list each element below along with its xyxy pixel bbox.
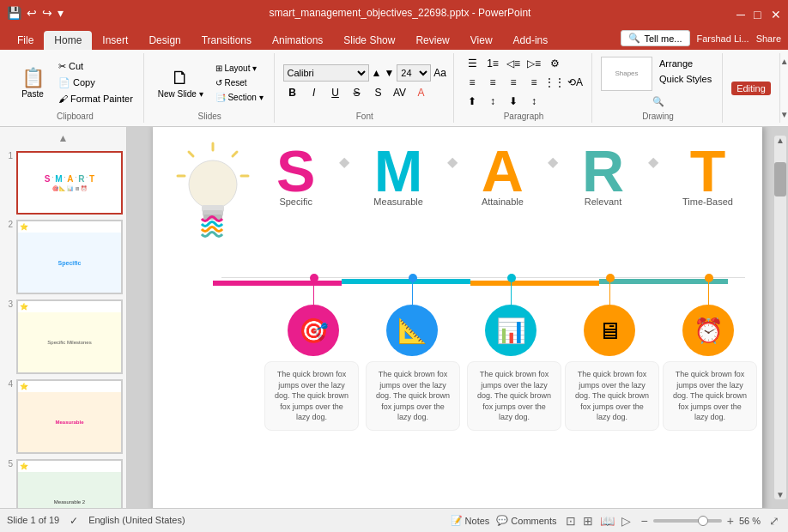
- zoom-out-button[interactable]: −: [639, 512, 650, 529]
- notes-button[interactable]: 📝 Notes: [451, 515, 490, 526]
- slide-sorter-button[interactable]: ⊞: [581, 512, 595, 529]
- tab-view[interactable]: View: [460, 31, 503, 50]
- customize-icon[interactable]: ▾: [58, 6, 64, 20]
- ribbon-scroll-up[interactable]: ▲: [780, 57, 788, 66]
- tab-insert[interactable]: Insert: [92, 31, 138, 50]
- vertical-scrollbar[interactable]: ▲ ▼: [774, 136, 786, 499]
- tab-addins[interactable]: Add-ins: [503, 31, 559, 50]
- share-button[interactable]: Share: [756, 33, 781, 44]
- font-family-select[interactable]: Calibri: [283, 64, 369, 82]
- slide-canvas[interactable]: S Specific ◆ M Measurable ◆ A Attainable…: [153, 127, 762, 508]
- align-left-button[interactable]: ≡: [463, 74, 482, 91]
- char-spacing-button[interactable]: AV: [391, 84, 409, 101]
- slide-scroll-up[interactable]: ▲: [3, 130, 123, 146]
- undo-icon[interactable]: ↩: [27, 6, 37, 20]
- close-button[interactable]: ✕: [771, 8, 781, 18]
- new-slide-icon: 🗋: [171, 67, 190, 89]
- tab-file[interactable]: File: [7, 31, 44, 50]
- new-slide-button[interactable]: 🗋 New Slide ▾: [153, 63, 209, 102]
- justify-button[interactable]: ≡: [524, 74, 543, 91]
- slide-1-mini-icons: 🎯 📐 📊 🖥 ⏰: [45, 185, 94, 191]
- scroll-down-arrow[interactable]: ▼: [774, 490, 786, 499]
- text-card-2: The quick brown fox jumps over the lazy …: [366, 361, 460, 431]
- tab-design[interactable]: Design: [138, 31, 191, 50]
- align-top-button[interactable]: ⬆: [463, 93, 482, 110]
- fit-to-window-button[interactable]: ⤢: [767, 512, 781, 529]
- underline-button[interactable]: U: [326, 84, 345, 101]
- slide-thumb-1[interactable]: S · M · A · R · T 🎯 📐 📊 🖥 ⏰: [16, 151, 123, 215]
- columns-button[interactable]: ⋮⋮: [545, 74, 564, 91]
- zoom-in-button[interactable]: +: [725, 512, 736, 529]
- slide-panel[interactable]: ▲ 1 S · M · A · R ·: [0, 127, 127, 508]
- tab-home[interactable]: Home: [44, 31, 92, 50]
- quick-access-toolbar: 💾 ↩ ↪ ▾: [7, 6, 64, 20]
- italic-button[interactable]: I: [305, 84, 324, 101]
- normal-view-button[interactable]: ⊡: [564, 512, 578, 529]
- slides-group: 🗋 New Slide ▾ ⊞ Layout ▾ ↺ Reset 📑 Secti…: [146, 53, 275, 123]
- reset-button[interactable]: ↺ Reset: [212, 76, 267, 89]
- font-size-down-icon[interactable]: ▼: [384, 67, 394, 79]
- save-icon[interactable]: 💾: [7, 6, 21, 20]
- text-card-4: The quick brown fox jumps over the lazy …: [565, 361, 659, 431]
- minimize-button[interactable]: ─: [736, 8, 747, 18]
- connector-dot-2: [409, 274, 417, 282]
- decrease-indent-button[interactable]: ◁≡: [504, 55, 523, 72]
- align-bottom-button[interactable]: ⬇: [504, 93, 523, 110]
- slide-4-preview: Measurable: [18, 392, 121, 452]
- tab-slideshow[interactable]: Slide Show: [333, 31, 405, 50]
- slide-thumb-5[interactable]: ⭐ Measurable 2: [16, 459, 123, 508]
- scroll-thumb[interactable]: [774, 162, 786, 196]
- vert-line-1: [313, 281, 314, 307]
- maximize-button[interactable]: □: [754, 8, 764, 18]
- quick-styles-button[interactable]: Quick Styles: [656, 72, 715, 86]
- font-label: Font: [356, 110, 373, 121]
- format-painter-button[interactable]: 🖌 Format Painter: [55, 92, 136, 106]
- section-button[interactable]: 📑 Section ▾: [212, 91, 267, 104]
- bold-button[interactable]: B: [283, 84, 302, 101]
- clear-format-icon[interactable]: Aa: [433, 67, 446, 79]
- align-center-button[interactable]: ≡: [483, 74, 502, 91]
- paste-button[interactable]: 📋 Paste: [14, 63, 52, 102]
- slideshow-view-button[interactable]: ▷: [620, 512, 633, 529]
- bullets-button[interactable]: ☰: [463, 55, 482, 72]
- smartart-button[interactable]: ⚙: [545, 55, 564, 72]
- font-color-button[interactable]: A: [412, 84, 431, 101]
- tab-animations[interactable]: Animations: [262, 31, 333, 50]
- cut-button[interactable]: ✂ Cut: [55, 59, 136, 74]
- line-spacing-button[interactable]: ↕: [524, 93, 543, 110]
- slide-5-label: Measurable 2: [51, 496, 88, 508]
- increase-indent-button[interactable]: ▷≡: [524, 55, 543, 72]
- strikethrough-button[interactable]: S: [348, 84, 367, 101]
- scroll-up-arrow[interactable]: ▲: [774, 136, 786, 145]
- tell-me-input[interactable]: 🔍 Tell me...: [621, 30, 689, 46]
- find-button[interactable]: 🔍: [649, 94, 668, 109]
- tab-review[interactable]: Review: [405, 31, 459, 50]
- text-card-3: The quick brown fox jumps over the lazy …: [467, 361, 561, 431]
- font-size-up-icon[interactable]: ▲: [372, 67, 382, 79]
- tab-transitions[interactable]: Transitions: [191, 31, 262, 50]
- slide-thumb-3[interactable]: ⭐ Specific Milestones: [16, 299, 123, 374]
- align-right-button[interactable]: ≡: [504, 74, 523, 91]
- font-size-select[interactable]: 24: [397, 64, 431, 82]
- layout-button[interactable]: ⊞ Layout ▾: [212, 62, 267, 75]
- align-middle-button[interactable]: ↕: [483, 93, 502, 110]
- zoom-thumb[interactable]: [698, 516, 708, 526]
- slide-thumb-4[interactable]: ⭐ Measurable: [16, 379, 123, 454]
- zoom-slider[interactable]: [653, 519, 722, 523]
- font-group: Calibri ▲ ▼ 24 Aa B I U S S AV A: [276, 53, 454, 123]
- copy-button[interactable]: 📄 Copy: [55, 76, 136, 90]
- slide-thumb-2[interactable]: ⭐ Specific: [16, 220, 123, 294]
- slides-col: ⊞ Layout ▾ ↺ Reset 📑 Section ▾: [212, 62, 267, 104]
- slide-4-label: Measurable: [52, 416, 87, 428]
- slide-info: Slide 1 of 19: [7, 515, 59, 527]
- shadow-button[interactable]: S: [369, 84, 388, 101]
- numbering-button[interactable]: 1≡: [483, 55, 502, 72]
- text-direction-button[interactable]: ⟲A: [566, 74, 585, 91]
- user-account[interactable]: Farshad Li...: [697, 33, 749, 44]
- arrange-button[interactable]: Arrange: [656, 57, 715, 70]
- ribbon-scroll-down[interactable]: ▼: [780, 110, 788, 119]
- shapes-gallery[interactable]: Shapes: [601, 57, 652, 91]
- redo-icon[interactable]: ↪: [42, 6, 52, 20]
- reading-view-button[interactable]: 📖: [598, 512, 616, 529]
- comments-button[interactable]: 💬 Comments: [496, 515, 556, 526]
